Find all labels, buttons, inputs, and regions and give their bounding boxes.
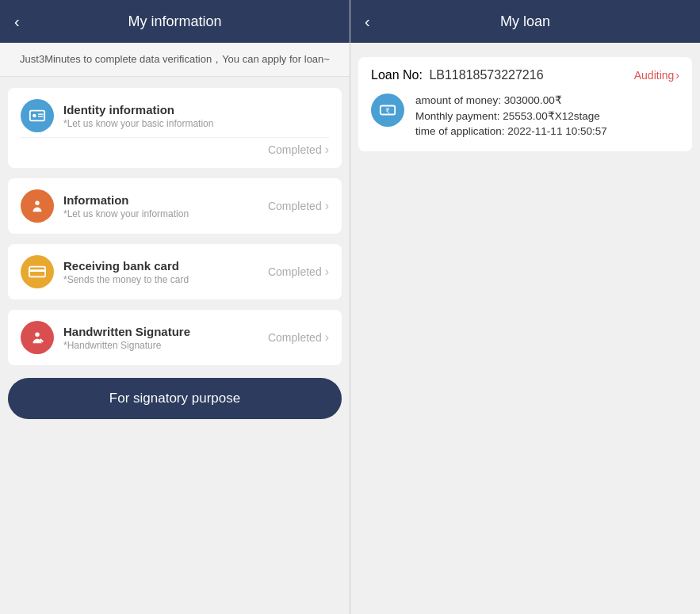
identity-card-top: Identity information *Let us know your b… bbox=[21, 99, 329, 132]
divider-2 bbox=[8, 238, 342, 239]
identity-icon bbox=[21, 99, 54, 132]
amount-label: amount of money: bbox=[415, 94, 501, 106]
left-header: ‹ My information bbox=[0, 0, 350, 43]
bank-card-body: Receiving bank card *Sends the money to … bbox=[63, 259, 268, 285]
information-chevron: › bbox=[325, 199, 329, 213]
bank-card-chevron: › bbox=[325, 265, 329, 279]
information-card-title: Information bbox=[63, 193, 268, 207]
identity-status: Completed › bbox=[268, 143, 329, 157]
signature-card-body: Handwritten Signature *Handwritten Signa… bbox=[63, 325, 268, 351]
right-panel: ‹ My loan Loan No: LB11818573227216 Audi… bbox=[350, 0, 700, 614]
identity-chevron: › bbox=[325, 143, 329, 157]
loan-no-text: Loan No: LB11818573227216 bbox=[371, 68, 544, 82]
svg-point-7 bbox=[35, 333, 40, 338]
signature-card-subtitle: *Handwritten Signature bbox=[63, 340, 268, 351]
loan-no-value: LB11818573227216 bbox=[429, 68, 543, 82]
divider-3 bbox=[8, 304, 342, 305]
monthly-line: Monthly payment: 25553.00₹X12stage bbox=[415, 109, 679, 122]
time-line: time of application: 2022-11-11 10:50:57 bbox=[415, 125, 679, 137]
information-icon bbox=[21, 189, 54, 223]
information-card[interactable]: Information *Let us know your informatio… bbox=[8, 178, 342, 234]
left-panel: ‹ My information Just3Minutes to complet… bbox=[0, 0, 350, 614]
bank-card-title: Receiving bank card bbox=[63, 259, 268, 273]
information-card-body: Information *Let us know your informatio… bbox=[63, 193, 268, 219]
divider-1 bbox=[8, 173, 342, 174]
monthly-label: Monthly payment: bbox=[415, 110, 500, 122]
signature-status: Completed › bbox=[268, 330, 329, 345]
identity-status-row: Completed › bbox=[21, 137, 329, 157]
information-card-subtitle: *Let us know your information bbox=[63, 208, 268, 219]
monthly-value: 25553.00₹X12stage bbox=[503, 110, 599, 122]
right-back-button[interactable]: ‹ bbox=[361, 10, 373, 34]
svg-rect-0 bbox=[30, 111, 44, 121]
loan-details: amount of money: 303000.00₹ Monthly paym… bbox=[415, 93, 679, 140]
information-status: Completed › bbox=[268, 199, 329, 213]
svg-text:₹: ₹ bbox=[385, 107, 390, 115]
amount-value: 303000.00₹ bbox=[504, 94, 562, 106]
time-value: 2022-11-11 10:50:57 bbox=[507, 125, 606, 137]
right-header: ‹ My loan bbox=[350, 0, 700, 43]
right-title: My loan bbox=[500, 13, 550, 30]
sign-button[interactable]: For signatory purpose bbox=[8, 378, 342, 419]
svg-rect-6 bbox=[29, 269, 45, 272]
auditing-link[interactable]: Auditing › bbox=[634, 69, 679, 82]
amount-line: amount of money: 303000.00₹ bbox=[415, 93, 679, 106]
signature-chevron: › bbox=[325, 330, 329, 345]
left-content: Identity information *Let us know your b… bbox=[0, 77, 350, 614]
time-label: time of application: bbox=[415, 125, 505, 137]
identity-card[interactable]: Identity information *Let us know your b… bbox=[8, 88, 342, 168]
identity-card-title: Identity information bbox=[63, 103, 329, 116]
bank-card-icon bbox=[21, 255, 54, 288]
left-back-button[interactable]: ‹ bbox=[11, 10, 23, 34]
auditing-label: Auditing bbox=[634, 69, 675, 82]
identity-card-subtitle: *Let us know your basic information bbox=[63, 118, 329, 129]
loan-detail-row: ₹ amount of money: 303000.00₹ Monthly pa… bbox=[371, 93, 679, 140]
bank-card-status: Completed › bbox=[268, 265, 329, 279]
right-content: Loan No: LB11818573227216 Auditing › ₹ bbox=[350, 43, 700, 614]
loan-icon: ₹ bbox=[371, 93, 404, 127]
left-subtitle: Just3Minutes to complete data verificati… bbox=[0, 43, 350, 77]
svg-point-4 bbox=[35, 201, 40, 206]
signature-card-title: Handwritten Signature bbox=[63, 325, 268, 338]
signature-card[interactable]: Handwritten Signature *Handwritten Signa… bbox=[8, 310, 342, 365]
auditing-chevron: › bbox=[675, 69, 679, 82]
loan-no-row: Loan No: LB11818573227216 Auditing › bbox=[371, 68, 679, 82]
loan-info-card: Loan No: LB11818573227216 Auditing › ₹ bbox=[358, 57, 692, 151]
left-title: My information bbox=[128, 13, 221, 30]
bank-card-item[interactable]: Receiving bank card *Sends the money to … bbox=[8, 244, 342, 299]
signature-icon bbox=[21, 321, 54, 354]
svg-point-1 bbox=[33, 114, 36, 118]
loan-no-label: Loan No: bbox=[371, 68, 423, 82]
identity-card-body: Identity information *Let us know your b… bbox=[63, 103, 329, 129]
bank-card-subtitle: *Sends the money to the card bbox=[63, 274, 268, 285]
